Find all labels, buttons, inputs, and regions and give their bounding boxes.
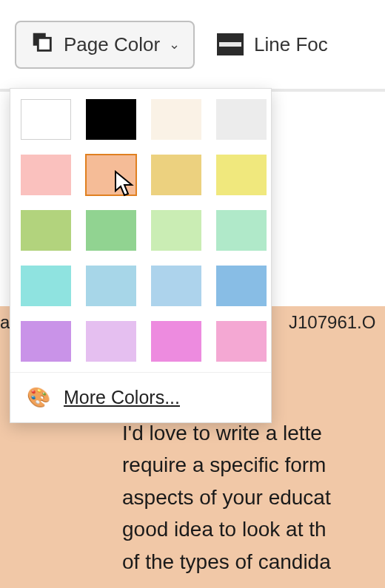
more-colors-button[interactable]: 🎨 More Colors...: [10, 372, 271, 422]
body-line: of the types of candida: [122, 546, 385, 578]
swatch-light-blue[interactable]: [151, 266, 201, 306]
swatch-purple[interactable]: [21, 321, 71, 362]
doc-code-left: a: [0, 312, 10, 333]
swatch-light-green[interactable]: [151, 210, 201, 251]
line-focus-label: Line Foc: [254, 33, 328, 56]
page-color-icon: [30, 30, 55, 60]
swatch-olive[interactable]: [21, 210, 71, 251]
toolbar: Page Color ⌄ Line Foc: [0, 0, 385, 89]
swatch-yellow[interactable]: [216, 155, 267, 195]
body-line: good idea to look at th: [122, 513, 385, 545]
swatch-mustard[interactable]: [151, 155, 201, 195]
line-focus-button[interactable]: Line Foc: [217, 26, 328, 64]
doc-code-right: J107961.O: [289, 312, 375, 333]
swatch-peach[interactable]: [86, 155, 136, 195]
swatch-green[interactable]: [86, 210, 136, 251]
page-color-button[interactable]: Page Color ⌄: [15, 21, 195, 69]
swatch-light-gray[interactable]: [216, 99, 267, 140]
more-colors-label: More Colors...: [64, 387, 180, 408]
palette-icon: 🎨: [27, 386, 50, 409]
swatch-mint[interactable]: [216, 210, 267, 251]
swatch-teal[interactable]: [21, 266, 71, 306]
swatch-sky[interactable]: [86, 266, 136, 306]
chevron-down-icon: ⌄: [169, 36, 180, 53]
swatch-pink[interactable]: [21, 155, 71, 195]
body-text-block: I'd love to write a lette require a spec…: [122, 417, 385, 578]
swatch-grid: [10, 89, 271, 372]
swatch-white[interactable]: [21, 99, 71, 140]
swatch-magenta[interactable]: [151, 321, 201, 362]
body-line: require a specific form: [122, 449, 385, 481]
swatch-cream[interactable]: [151, 99, 201, 140]
swatch-rose[interactable]: [216, 321, 267, 362]
page-color-label: Page Color: [64, 33, 160, 56]
swatch-lavender[interactable]: [86, 321, 136, 362]
swatch-black[interactable]: [86, 99, 136, 140]
svg-rect-1: [38, 38, 50, 50]
page-color-dropdown: 🎨 More Colors...: [10, 88, 272, 423]
body-line: aspects of your educat: [122, 481, 385, 513]
line-focus-icon: [217, 33, 244, 55]
swatch-blue[interactable]: [216, 266, 267, 306]
